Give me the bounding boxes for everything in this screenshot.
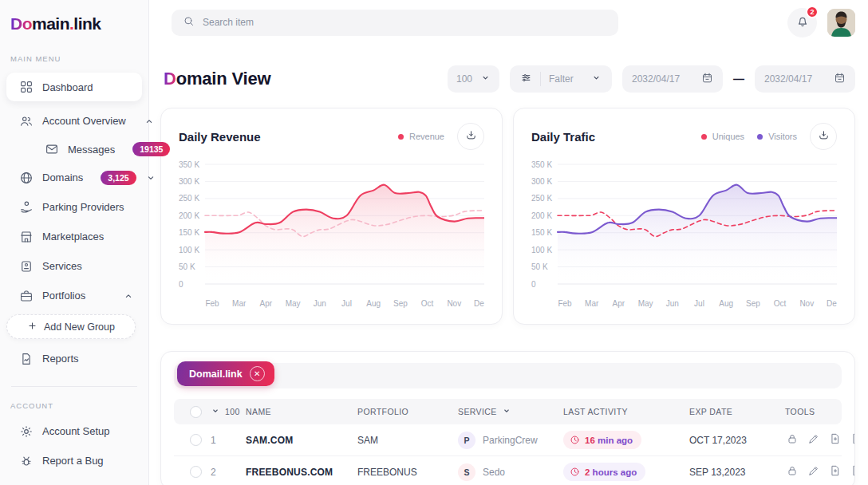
service-name: ParkingCrew bbox=[483, 435, 538, 446]
tools-cell bbox=[785, 465, 855, 479]
chevron-down-icon bbox=[480, 73, 491, 85]
page-title: Domain View bbox=[164, 69, 270, 89]
svg-text:100 K: 100 K bbox=[179, 246, 199, 254]
sidebar-item-account-setup[interactable]: Account Setup bbox=[6, 416, 142, 446]
column-header-name: NAME bbox=[246, 407, 357, 416]
notifications-button[interactable]: 2 bbox=[787, 8, 817, 37]
sidebar-item-label: Messages bbox=[68, 144, 115, 156]
sidebar-item-marketplaces[interactable]: Marketplaces bbox=[6, 222, 142, 251]
chevron-up-icon[interactable] bbox=[123, 290, 134, 302]
row-count-value: 100 bbox=[225, 407, 240, 416]
column-header-service[interactable]: SERVICE bbox=[458, 406, 563, 417]
svg-text:300 K: 300 K bbox=[531, 177, 552, 186]
date-from-picker[interactable]: 2032/04/17 bbox=[622, 65, 723, 93]
daily-trafic-card: Daily Trafic UniquesVisitors 350 K300 K2… bbox=[513, 108, 855, 325]
download-button[interactable] bbox=[457, 123, 484, 150]
grid-icon bbox=[19, 80, 34, 94]
table-header: 100 NAME PORTFOLIO SERVICE LAST ACTIVITY… bbox=[174, 399, 842, 424]
row-count-dropdown[interactable]: 100 bbox=[211, 406, 246, 417]
download-button[interactable] bbox=[810, 123, 837, 150]
sidebar-item-account-overview[interactable]: Account Overview bbox=[6, 106, 142, 136]
clock-icon bbox=[570, 467, 580, 477]
plus-icon bbox=[27, 321, 37, 333]
sidebar-item-domains[interactable]: Domains3,125 bbox=[6, 163, 142, 192]
svg-text:Jul: Jul bbox=[694, 299, 704, 308]
sidebar-item-reports[interactable]: Reports bbox=[6, 344, 142, 373]
hand-coin-icon bbox=[19, 200, 34, 215]
domain-name[interactable]: FREEBONUS.COM bbox=[246, 467, 357, 478]
badge-icon bbox=[19, 259, 34, 274]
chevron-down-icon[interactable] bbox=[145, 172, 156, 183]
filter-dropdown[interactable]: Falter bbox=[510, 65, 612, 93]
svg-text:Jun: Jun bbox=[314, 299, 326, 308]
svg-text:Mar: Mar bbox=[585, 299, 599, 308]
store-icon bbox=[19, 230, 34, 244]
edit-button[interactable] bbox=[807, 433, 821, 448]
sidebar-item-parking-providers[interactable]: Parking Providers bbox=[6, 192, 142, 222]
file-plus-button[interactable] bbox=[828, 433, 842, 448]
activity-unit: min ago bbox=[598, 436, 633, 445]
remove-tag-icon[interactable]: ✕ bbox=[250, 366, 265, 381]
page-size-dropdown[interactable]: 100 bbox=[448, 65, 499, 93]
file-export-button[interactable] bbox=[850, 465, 855, 479]
row-checkbox[interactable] bbox=[190, 434, 202, 446]
svg-text:0: 0 bbox=[179, 280, 183, 289]
search-input[interactable] bbox=[203, 17, 607, 28]
edit-icon bbox=[807, 432, 820, 448]
topbar: 2 bbox=[149, 0, 868, 45]
search-box[interactable] bbox=[172, 10, 618, 36]
select-all-checkbox[interactable] bbox=[190, 406, 202, 418]
chevron-up-icon[interactable] bbox=[144, 116, 155, 127]
sidebar-item-services[interactable]: Services bbox=[6, 251, 142, 281]
page-content: Domain View 100 Falter 2032/04/17 bbox=[149, 45, 868, 485]
svg-text:100 K: 100 K bbox=[531, 246, 552, 254]
sidebar-section-label: MAIN MENU bbox=[0, 34, 148, 69]
svg-text:0: 0 bbox=[531, 280, 536, 289]
lock-button[interactable] bbox=[785, 433, 799, 448]
filter-tag-label: Domail.link bbox=[189, 369, 243, 380]
notification-count-badge: 2 bbox=[806, 6, 819, 18]
sidebar-item-messages[interactable]: Messages19135 bbox=[6, 136, 142, 163]
chart-plot-area: 350 K300 K250 K200 K150 K100 K50 K0FebMa… bbox=[179, 156, 484, 314]
activity-value: 2 bbox=[585, 467, 590, 477]
file-plus-button[interactable] bbox=[828, 465, 842, 479]
svg-text:Aug: Aug bbox=[366, 299, 381, 308]
user-avatar[interactable] bbox=[827, 9, 855, 37]
file-export-button[interactable] bbox=[850, 433, 855, 448]
page-header: Domain View 100 Falter 2032/04/17 bbox=[164, 65, 855, 93]
svg-text:300 K: 300 K bbox=[179, 177, 199, 186]
add-new-group-button[interactable]: Add New Group bbox=[6, 314, 136, 339]
globe-icon bbox=[19, 171, 34, 185]
sidebar: Domain.link MAIN MENUDashboardAccount Ov… bbox=[0, 0, 149, 485]
last-activity-pill: 16 min ago bbox=[563, 431, 641, 449]
tools-cell bbox=[785, 433, 855, 448]
calendar-icon bbox=[834, 72, 846, 86]
date-to-picker[interactable]: 2032/04/17 bbox=[755, 65, 855, 93]
sidebar-item-report-a-bug[interactable]: Report a Bug bbox=[6, 446, 142, 475]
avatar-image bbox=[827, 9, 855, 37]
filter-tag-bar: Domail.link ✕ bbox=[174, 363, 842, 388]
sidebar-item-portfolios[interactable]: Portfolios bbox=[6, 281, 142, 310]
svg-text:Apr: Apr bbox=[613, 299, 625, 308]
gear-icon bbox=[19, 424, 34, 439]
svg-text:200 K: 200 K bbox=[179, 211, 199, 220]
svg-text:Feb: Feb bbox=[205, 299, 219, 308]
last-activity-pill: 2 hours ago bbox=[563, 463, 645, 481]
domains-table-card: Domail.link ✕ 100 NAME PORTFOLIO SERVICE bbox=[160, 351, 855, 485]
edit-button[interactable] bbox=[807, 465, 821, 479]
svg-text:Dec: Dec bbox=[474, 299, 484, 308]
svg-text:150 K: 150 K bbox=[179, 228, 199, 237]
svg-text:350 K: 350 K bbox=[531, 160, 552, 169]
svg-text:Mar: Mar bbox=[232, 299, 247, 308]
domain-name[interactable]: SAM.COM bbox=[246, 435, 357, 446]
exp-date: OCT 17,2023 bbox=[689, 435, 785, 446]
filter-tag[interactable]: Domail.link ✕ bbox=[177, 361, 274, 386]
sidebar-item-label: Account Overview bbox=[42, 115, 126, 127]
row-number: 1 bbox=[211, 435, 246, 446]
lock-button[interactable] bbox=[785, 465, 799, 479]
legend-item: Visitors bbox=[757, 132, 797, 141]
svg-text:Jul: Jul bbox=[341, 299, 352, 308]
row-checkbox[interactable] bbox=[190, 466, 202, 478]
sidebar-item-dashboard[interactable]: Dashboard bbox=[6, 73, 142, 101]
activity-value: 16 bbox=[585, 436, 595, 445]
